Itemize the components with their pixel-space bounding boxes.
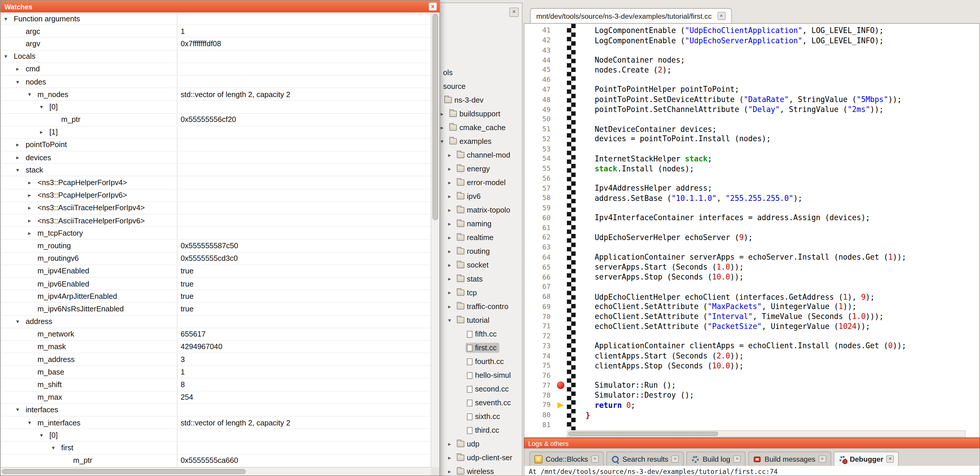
tree-item-tcp[interactable]: ▸tcp bbox=[437, 286, 521, 300]
tree-item-cmake-cache[interactable]: ▸cmake_cache bbox=[437, 121, 521, 134]
code-line[interactable]: 45 nodes.Create (2); bbox=[525, 65, 979, 75]
line-marker-margin[interactable] bbox=[556, 331, 567, 341]
line-marker-margin[interactable] bbox=[556, 371, 567, 381]
line-number[interactable]: 80 bbox=[525, 411, 556, 419]
code-line[interactable]: 73 ApplicationContainer clientApps = ech… bbox=[525, 341, 979, 351]
line-number[interactable]: 49 bbox=[525, 105, 556, 113]
line-number[interactable]: 47 bbox=[525, 86, 556, 94]
line-number[interactable]: 41 bbox=[525, 27, 556, 35]
line-marker-margin[interactable] bbox=[556, 144, 567, 154]
line-number[interactable]: 61 bbox=[525, 224, 556, 232]
tree-item-udp[interactable]: ▸udp bbox=[437, 437, 521, 451]
watch-row[interactable]: m_max254 bbox=[1, 391, 431, 404]
code-line[interactable]: 67 bbox=[525, 282, 979, 292]
watch-row[interactable]: m_ipv4Enabledtrue bbox=[1, 265, 431, 278]
tree-item-source[interactable]: source bbox=[437, 80, 521, 93]
line-number[interactable]: 73 bbox=[525, 342, 556, 350]
watch-row[interactable]: ▾m_interfacesstd::vector of length 2, ca… bbox=[1, 417, 431, 429]
expander-closed-icon[interactable]: ▸ bbox=[28, 230, 31, 236]
line-number[interactable]: 59 bbox=[525, 204, 556, 212]
line-number[interactable]: 70 bbox=[525, 313, 556, 321]
code-line[interactable]: 63 bbox=[525, 243, 979, 252]
expander-closed-icon[interactable]: ▸ bbox=[448, 468, 456, 474]
code-line[interactable]: 68 UdpEchoClientHelper echoClient (inter… bbox=[525, 292, 979, 302]
line-marker-margin[interactable] bbox=[556, 311, 567, 322]
line-number[interactable]: 74 bbox=[525, 352, 556, 360]
code-line[interactable]: 66 serverApps.Stop (Seconds (10.0)); bbox=[525, 272, 979, 282]
watch-row[interactable]: ▸m_tcpFactory bbox=[1, 227, 431, 240]
watch-row[interactable]: m_ptr0x5555555ca660 bbox=[1, 454, 431, 467]
tree-item-realtime[interactable]: ▸realtime bbox=[437, 231, 521, 244]
line-number[interactable]: 76 bbox=[525, 372, 556, 380]
watch-row[interactable]: ▾[0] bbox=[1, 101, 431, 113]
watch-row[interactable]: ▾Locals bbox=[1, 50, 431, 63]
expander-closed-icon[interactable]: ▸ bbox=[448, 289, 456, 296]
expander-closed-icon[interactable]: ▸ bbox=[28, 217, 31, 224]
watches-close-button[interactable]: × bbox=[429, 3, 437, 11]
code-line[interactable]: 43 bbox=[525, 45, 979, 55]
breakpoint-icon[interactable] bbox=[557, 382, 565, 390]
watch-row[interactable]: ▾address bbox=[1, 315, 431, 328]
code-line[interactable]: 52 devices = pointToPoint.Install (nodes… bbox=[525, 134, 979, 144]
tree-item-traffic-contro[interactable]: ▸traffic-contro bbox=[437, 300, 521, 313]
code-line[interactable]: 74 clientApps.Start (Seconds (2.0)); bbox=[525, 351, 979, 361]
watch-row[interactable]: ▸pointToPoint bbox=[1, 139, 431, 152]
watch-row[interactable]: ▸<ns3::PcapHelperForIpv6> bbox=[1, 189, 431, 202]
tree-item-sixth-cc[interactable]: sixth.cc bbox=[437, 410, 521, 423]
line-marker-margin[interactable] bbox=[556, 262, 567, 272]
tab-close-icon[interactable]: × bbox=[886, 455, 894, 463]
line-marker-margin[interactable] bbox=[556, 243, 567, 252]
code-line[interactable]: 53 bbox=[525, 144, 979, 154]
expander-closed-icon[interactable]: ▸ bbox=[448, 441, 456, 447]
line-number[interactable]: 63 bbox=[525, 244, 556, 252]
code-line[interactable]: 72 bbox=[525, 331, 979, 341]
watch-row[interactable]: argc1 bbox=[1, 25, 431, 38]
code-line[interactable]: 57 Ipv4AddressHelper address; bbox=[525, 183, 979, 193]
expander-closed-icon[interactable]: ▸ bbox=[28, 192, 31, 198]
line-marker-margin[interactable] bbox=[556, 193, 567, 203]
tab-close-icon[interactable]: × bbox=[818, 455, 826, 463]
line-number[interactable]: 44 bbox=[525, 56, 556, 64]
scrollbar-handle[interactable] bbox=[2, 469, 245, 474]
line-number[interactable]: 51 bbox=[525, 125, 556, 133]
line-number[interactable]: 57 bbox=[525, 184, 556, 192]
code-line[interactable]: 50 bbox=[525, 114, 979, 124]
editor-horizontal-scrollbar[interactable] bbox=[567, 430, 966, 438]
line-marker-margin[interactable] bbox=[556, 95, 567, 105]
watch-row[interactable]: ▸[1] bbox=[1, 126, 431, 139]
watch-row[interactable]: m_mask4294967040 bbox=[1, 341, 431, 353]
line-marker-margin[interactable] bbox=[556, 272, 567, 282]
line-marker-margin[interactable] bbox=[556, 381, 567, 391]
scrollbar-handle[interactable] bbox=[568, 431, 718, 436]
tree-item-first-cc[interactable]: first.cc bbox=[437, 341, 521, 355]
line-marker-margin[interactable] bbox=[556, 390, 567, 400]
watch-row[interactable]: ▸devices bbox=[1, 152, 431, 164]
code-line[interactable]: 42 LogComponentEnable ("UdpEchoServerApp… bbox=[525, 35, 979, 45]
line-number[interactable]: 71 bbox=[525, 322, 556, 331]
expander-open-icon[interactable]: ▾ bbox=[28, 91, 31, 97]
line-marker-margin[interactable] bbox=[556, 341, 567, 351]
expander-open-icon[interactable]: ▾ bbox=[16, 79, 19, 85]
tree-item-hello-simul[interactable]: hello-simul bbox=[437, 368, 521, 382]
code-line[interactable]: 75 clientApps.Stop (Seconds (10.0)); bbox=[525, 361, 979, 371]
tree-item-ols[interactable]: ols bbox=[437, 66, 521, 80]
line-number[interactable]: 53 bbox=[525, 145, 556, 153]
expander-open-icon[interactable]: ▾ bbox=[5, 16, 7, 22]
watch-row[interactable]: m_routing0x555555587c50 bbox=[1, 240, 431, 252]
code-line[interactable]: 70 echoClient.SetAttribute ("Interval", … bbox=[525, 311, 979, 322]
expander-closed-icon[interactable]: ▸ bbox=[448, 248, 456, 254]
code-line[interactable]: 41 LogComponentEnable ("UdpEchoClientApp… bbox=[525, 26, 979, 36]
line-number[interactable]: 79 bbox=[525, 401, 556, 409]
line-number[interactable]: 56 bbox=[525, 174, 556, 182]
expander-closed-icon[interactable]: ▸ bbox=[28, 204, 31, 211]
expander-closed-icon[interactable]: ▸ bbox=[16, 154, 19, 161]
expander-open-icon[interactable]: ▾ bbox=[441, 138, 448, 144]
line-number[interactable]: 55 bbox=[525, 165, 556, 173]
line-marker-margin[interactable] bbox=[556, 302, 567, 311]
logs-tab-build-log[interactable]: Build log× bbox=[686, 452, 746, 466]
expander-open-icon[interactable]: ▾ bbox=[28, 419, 31, 425]
watch-row[interactable]: m_ipv6Enabledtrue bbox=[1, 278, 431, 290]
line-marker-margin[interactable] bbox=[556, 233, 567, 243]
code-line[interactable]: 71 echoClient.SetAttribute ("PacketSize"… bbox=[525, 321, 979, 331]
line-marker-margin[interactable] bbox=[556, 361, 567, 371]
